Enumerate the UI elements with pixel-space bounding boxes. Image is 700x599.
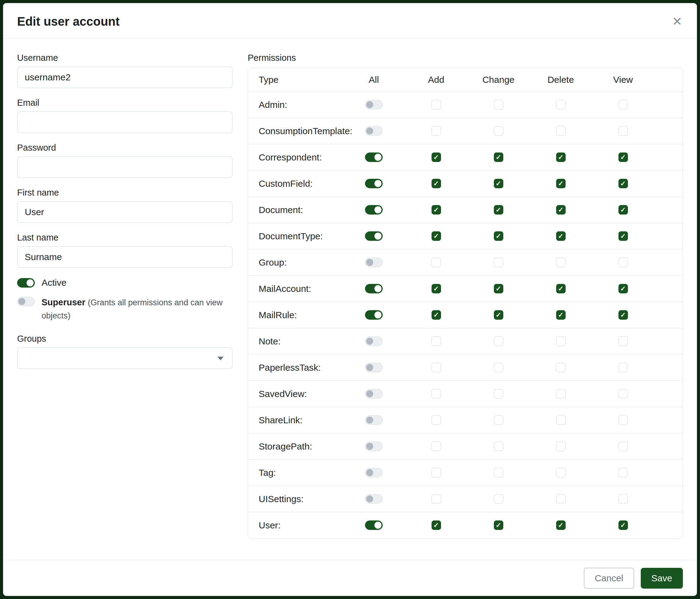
- permission-all-toggle[interactable]: [365, 179, 383, 188]
- permission-change-checkbox[interactable]: [494, 494, 503, 504]
- permission-add-checkbox[interactable]: [431, 231, 441, 241]
- permission-delete-checkbox[interactable]: [556, 310, 566, 320]
- permission-delete-checkbox[interactable]: [556, 363, 566, 372]
- permission-view-checkbox[interactable]: [619, 231, 628, 241]
- permission-all-toggle[interactable]: [365, 363, 383, 372]
- permission-add-checkbox[interactable]: [431, 389, 441, 399]
- permission-view-checkbox[interactable]: [619, 336, 628, 346]
- permission-change-checkbox[interactable]: [494, 521, 503, 530]
- permission-all-toggle[interactable]: [365, 258, 383, 267]
- permission-add-checkbox[interactable]: [431, 205, 441, 215]
- permission-add-checkbox[interactable]: [431, 284, 441, 293]
- permission-change-checkbox[interactable]: [494, 363, 503, 372]
- permission-delete-checkbox[interactable]: [556, 205, 566, 215]
- permission-view-checkbox[interactable]: [619, 205, 628, 215]
- permission-add-checkbox[interactable]: [431, 179, 441, 188]
- toggle-knob: [366, 443, 373, 450]
- permission-delete-checkbox[interactable]: [556, 468, 566, 477]
- username-input[interactable]: [17, 67, 232, 88]
- permission-delete-checkbox[interactable]: [556, 152, 566, 162]
- permission-view-checkbox[interactable]: [619, 389, 628, 399]
- email-field[interactable]: [17, 112, 232, 133]
- permission-add-checkbox[interactable]: [431, 100, 441, 110]
- permission-view-checkbox[interactable]: [619, 284, 628, 293]
- permission-view-checkbox[interactable]: [619, 152, 628, 162]
- permission-all-toggle[interactable]: [365, 100, 383, 110]
- permission-delete-checkbox[interactable]: [556, 231, 566, 241]
- permission-all-toggle[interactable]: [365, 284, 383, 293]
- permission-add-checkbox[interactable]: [431, 415, 441, 425]
- permission-view-checkbox[interactable]: [619, 100, 628, 110]
- permission-all-toggle[interactable]: [365, 310, 383, 320]
- permission-add-checkbox[interactable]: [431, 336, 441, 346]
- permission-add-checkbox[interactable]: [431, 126, 441, 136]
- permission-view-checkbox[interactable]: [619, 441, 628, 451]
- permission-view-checkbox[interactable]: [619, 521, 628, 530]
- permission-all-toggle[interactable]: [365, 468, 383, 477]
- permission-delete-checkbox[interactable]: [556, 389, 566, 399]
- permission-all-toggle[interactable]: [365, 205, 383, 215]
- permission-change-checkbox[interactable]: [494, 389, 503, 399]
- permission-delete-checkbox[interactable]: [556, 336, 566, 346]
- permission-add-checkbox[interactable]: [431, 363, 441, 372]
- permission-view-checkbox[interactable]: [619, 310, 628, 320]
- cancel-button[interactable]: Cancel: [584, 568, 634, 589]
- permission-view-checkbox[interactable]: [619, 258, 628, 267]
- permission-all-toggle[interactable]: [365, 152, 383, 162]
- permission-change-checkbox[interactable]: [494, 415, 503, 425]
- permission-add-checkbox[interactable]: [431, 494, 441, 504]
- permission-change-checkbox[interactable]: [494, 468, 503, 477]
- permission-change-checkbox[interactable]: [494, 310, 503, 320]
- permission-delete-checkbox[interactable]: [556, 126, 566, 136]
- close-icon[interactable]: ✕: [672, 15, 682, 27]
- active-toggle[interactable]: [17, 278, 35, 288]
- permission-delete-checkbox[interactable]: [556, 179, 566, 188]
- first-name-input[interactable]: [17, 201, 232, 223]
- permission-add-checkbox[interactable]: [431, 258, 441, 267]
- permission-change-checkbox[interactable]: [494, 231, 503, 241]
- permission-add-checkbox[interactable]: [431, 468, 441, 477]
- permission-delete-checkbox[interactable]: [556, 284, 566, 293]
- permission-delete-checkbox[interactable]: [556, 521, 566, 530]
- permission-delete-checkbox[interactable]: [556, 258, 566, 267]
- permission-view-checkbox[interactable]: [619, 126, 628, 136]
- permission-view-checkbox[interactable]: [619, 179, 628, 188]
- permission-add-checkbox[interactable]: [431, 441, 441, 451]
- permission-all-toggle[interactable]: [365, 126, 383, 136]
- permission-all-toggle[interactable]: [365, 441, 383, 451]
- modal-footer: Cancel Save: [3, 560, 697, 596]
- permission-all-toggle[interactable]: [365, 521, 383, 530]
- permission-add-checkbox[interactable]: [431, 152, 441, 162]
- permission-all-toggle[interactable]: [365, 415, 383, 425]
- permission-delete-checkbox[interactable]: [556, 441, 566, 451]
- last-name-input[interactable]: [17, 246, 232, 268]
- permission-add-checkbox[interactable]: [431, 521, 441, 530]
- permission-all-toggle[interactable]: [365, 494, 383, 504]
- permission-change-checkbox[interactable]: [494, 126, 503, 136]
- groups-select[interactable]: [17, 348, 232, 369]
- permission-view-checkbox[interactable]: [619, 415, 628, 425]
- permission-change-checkbox[interactable]: [494, 258, 503, 267]
- save-button[interactable]: Save: [641, 568, 683, 589]
- permission-change-checkbox[interactable]: [494, 152, 503, 162]
- permission-change-checkbox[interactable]: [494, 100, 503, 110]
- permission-change-checkbox[interactable]: [494, 336, 503, 346]
- permission-add-checkbox[interactable]: [431, 310, 441, 320]
- permission-change-checkbox[interactable]: [494, 441, 503, 451]
- permission-view-checkbox[interactable]: [619, 494, 628, 504]
- permission-all-toggle[interactable]: [365, 336, 383, 346]
- permission-delete-checkbox[interactable]: [556, 494, 566, 504]
- permission-change-checkbox[interactable]: [494, 284, 503, 293]
- permission-delete-checkbox[interactable]: [556, 415, 566, 425]
- superuser-toggle[interactable]: [17, 297, 35, 306]
- permission-delete-checkbox[interactable]: [556, 100, 566, 110]
- permission-view-checkbox[interactable]: [619, 363, 628, 372]
- toggle-knob: [374, 233, 381, 240]
- permission-change-checkbox[interactable]: [494, 179, 503, 188]
- permission-view-checkbox[interactable]: [619, 468, 628, 477]
- permission-all-toggle[interactable]: [365, 389, 383, 399]
- permission-all-toggle[interactable]: [365, 231, 383, 241]
- permission-change-checkbox[interactable]: [494, 205, 503, 215]
- password-field[interactable]: [17, 157, 232, 178]
- permission-type-label: UISettings:: [259, 494, 343, 504]
